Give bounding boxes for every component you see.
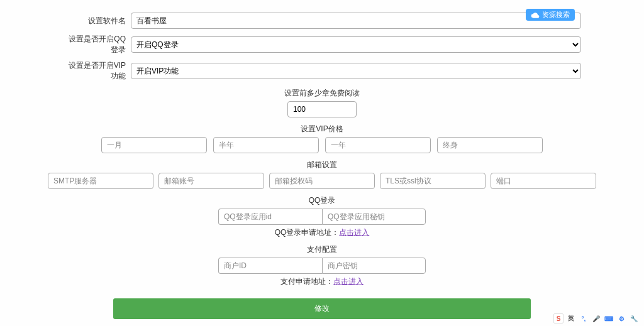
email-protocol-input[interactable] [380, 173, 486, 189]
cloud-badge[interactable]: 资源搜索 [526, 9, 575, 21]
cloud-icon [531, 11, 540, 19]
pay-apply-link[interactable]: 点击进入 [333, 277, 364, 286]
vip-select[interactable]: 开启VIP功能 [131, 63, 581, 79]
merchant-id-input[interactable] [218, 258, 322, 274]
software-name-label: 设置软件名 [63, 16, 126, 26]
qq-login-toggle-label: 设置是否开启QQ登录 [63, 34, 126, 55]
tray-settings-icon[interactable]: ⚙ [616, 313, 626, 323]
qq-login-label: QQ登录 [63, 195, 581, 206]
merchant-secret-input[interactable] [322, 258, 426, 274]
tray-punct-icon[interactable]: °, [579, 313, 589, 323]
tray-mic-icon[interactable]: 🎤 [591, 313, 601, 323]
free-chapters-input[interactable] [287, 101, 357, 117]
vip-price-lifetime-input[interactable] [437, 137, 543, 153]
system-tray: S 英 °, 🎤 ⌨ ⚙ 🔧 [553, 313, 639, 323]
qq-apply-hint: QQ登录申请地址：点击进入 [63, 227, 581, 238]
qq-app-id-input[interactable] [218, 209, 322, 225]
modify-button[interactable]: 修改 [113, 298, 531, 319]
cloud-badge-label: 资源搜索 [542, 10, 570, 19]
software-name-input[interactable] [131, 13, 581, 29]
pay-config-label: 支付配置 [63, 244, 581, 255]
email-account-input[interactable] [158, 173, 264, 189]
qq-login-select[interactable]: 开启QQ登录 [131, 36, 581, 53]
vip-price-month-input[interactable] [101, 137, 207, 153]
email-authcode-input[interactable] [269, 173, 375, 189]
tray-keyboard-icon[interactable]: ⌨ [604, 313, 614, 323]
vip-toggle-label: 设置是否开启VIP功能 [63, 60, 126, 82]
vip-price-halfyear-input[interactable] [213, 137, 319, 153]
vip-price-year-input[interactable] [325, 137, 431, 153]
free-chapters-label: 设置前多少章免费阅读 [63, 88, 581, 99]
tray-tool-icon[interactable]: 🔧 [629, 313, 639, 323]
qq-apply-link[interactable]: 点击进入 [339, 228, 369, 237]
email-port-input[interactable] [491, 173, 596, 189]
vip-price-label: 设置VIP价格 [63, 124, 581, 134]
email-settings-label: 邮箱设置 [63, 160, 581, 170]
smtp-server-input[interactable] [48, 173, 153, 189]
qq-app-secret-input[interactable] [322, 209, 426, 225]
sogou-icon[interactable]: S [553, 313, 564, 323]
pay-apply-hint: 支付申请地址：点击进入 [63, 276, 581, 287]
ime-lang-icon[interactable]: 英 [566, 313, 576, 323]
